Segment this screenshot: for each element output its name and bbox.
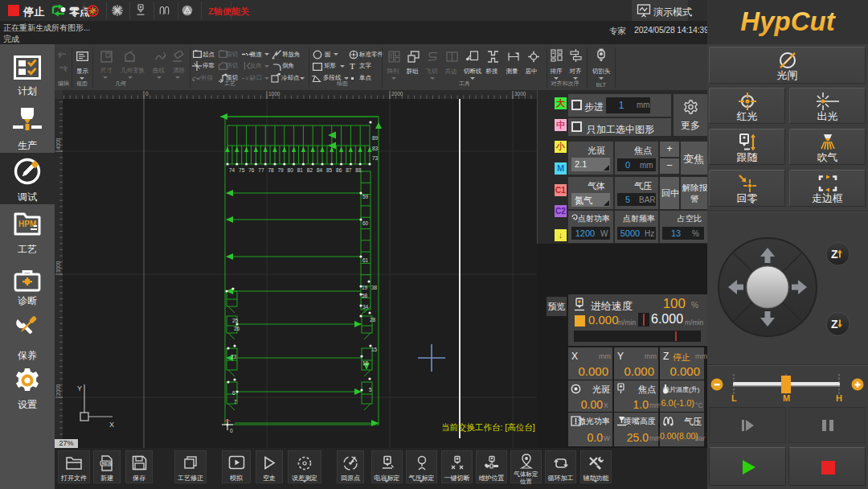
- svg-text:85: 85: [326, 167, 333, 173]
- svg-text:61: 61: [362, 257, 369, 263]
- svg-text:78: 78: [268, 167, 274, 173]
- svg-text:4000: 4000: [55, 138, 61, 150]
- svg-text:84: 84: [317, 167, 323, 173]
- svg-text:3000: 3000: [514, 91, 526, 97]
- svg-text:3000: 3000: [55, 261, 61, 273]
- svg-text:Y: Y: [77, 384, 82, 392]
- svg-text:X: X: [109, 421, 114, 429]
- svg-text:38: 38: [371, 285, 378, 290]
- svg-text:HypCut: HypCut: [740, 6, 836, 36]
- svg-text:89: 89: [372, 135, 379, 141]
- svg-text:L: L: [731, 393, 737, 402]
- svg-text:76: 76: [248, 167, 255, 173]
- svg-text:6: 6: [232, 390, 235, 396]
- svg-text:26: 26: [234, 326, 240, 331]
- svg-text:15: 15: [371, 347, 378, 352]
- svg-text:NEW: NEW: [102, 461, 113, 466]
- svg-text:79: 79: [278, 167, 285, 173]
- svg-text:HPM: HPM: [18, 220, 36, 228]
- svg-text:0: 0: [145, 91, 149, 97]
- svg-text:19: 19: [362, 285, 368, 290]
- svg-text:77: 77: [258, 167, 264, 173]
- svg-text:88: 88: [355, 167, 362, 173]
- svg-text:73: 73: [372, 155, 379, 161]
- svg-text:60: 60: [362, 220, 369, 226]
- svg-text:Z: Z: [831, 248, 838, 261]
- svg-text:28: 28: [370, 317, 376, 323]
- svg-text:2000: 2000: [55, 384, 61, 396]
- svg-text:86: 86: [336, 167, 342, 173]
- svg-text:82: 82: [307, 167, 313, 173]
- svg-text:74: 74: [229, 167, 235, 173]
- svg-text:2000: 2000: [391, 91, 403, 97]
- svg-text:58: 58: [362, 293, 368, 298]
- svg-text:81: 81: [297, 167, 304, 173]
- svg-text:25: 25: [232, 318, 239, 323]
- svg-text:83: 83: [372, 146, 379, 151]
- svg-text:1000: 1000: [268, 91, 280, 97]
- svg-text:18: 18: [362, 360, 369, 366]
- svg-text:H: H: [836, 393, 842, 402]
- svg-text:34: 34: [362, 304, 369, 310]
- svg-text:23: 23: [231, 354, 237, 360]
- svg-text:5: 5: [369, 387, 372, 392]
- svg-text:7: 7: [234, 399, 237, 405]
- svg-text:80: 80: [288, 167, 294, 173]
- svg-text:Z: Z: [831, 318, 838, 331]
- svg-text:59: 59: [362, 194, 369, 199]
- svg-text:87: 87: [346, 167, 352, 173]
- svg-text:0: 0: [230, 428, 233, 434]
- svg-text:75: 75: [239, 167, 245, 173]
- svg-text:M: M: [783, 393, 790, 402]
